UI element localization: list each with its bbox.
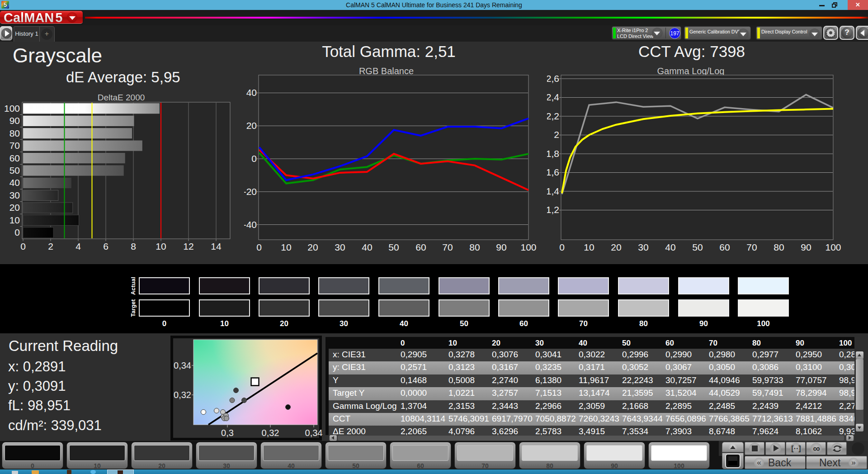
svg-text:100: 100 <box>825 242 841 252</box>
svg-text:8: 8 <box>131 241 136 251</box>
svg-text:2,6: 2,6 <box>547 73 559 84</box>
svg-text:30: 30 <box>335 242 345 252</box>
svg-text:10: 10 <box>156 241 166 251</box>
svg-text:100: 100 <box>520 242 536 252</box>
svg-text:-40: -40 <box>244 219 257 230</box>
svg-text:60: 60 <box>9 153 20 163</box>
svg-text:0: 0 <box>14 227 20 237</box>
svg-text:100: 100 <box>4 103 20 114</box>
svg-text:0,3: 0,3 <box>221 428 234 438</box>
svg-text:12: 12 <box>183 241 193 251</box>
svg-text:20: 20 <box>9 202 20 213</box>
svg-text:60: 60 <box>415 242 426 252</box>
svg-text:0: 0 <box>256 242 262 252</box>
svg-text:2: 2 <box>48 241 53 251</box>
svg-text:30: 30 <box>638 242 648 252</box>
svg-text:1,2: 1,2 <box>547 204 559 215</box>
svg-text:0: 0 <box>20 241 26 251</box>
svg-text:90: 90 <box>801 242 811 252</box>
svg-text:60: 60 <box>719 242 730 252</box>
svg-text:0,34: 0,34 <box>305 428 323 438</box>
svg-text:10: 10 <box>281 242 291 252</box>
svg-text:2: 2 <box>554 129 559 140</box>
svg-text:0: 0 <box>559 242 565 252</box>
svg-text:70: 70 <box>9 140 20 151</box>
svg-text:90: 90 <box>496 242 506 252</box>
svg-text:2,4: 2,4 <box>547 92 559 102</box>
svg-text:70: 70 <box>746 242 757 252</box>
svg-text:1,4: 1,4 <box>547 186 559 196</box>
svg-text:1,6: 1,6 <box>547 167 559 177</box>
svg-text:4: 4 <box>75 241 81 251</box>
svg-text:40: 40 <box>9 177 20 188</box>
svg-text:0,34: 0,34 <box>174 360 191 370</box>
svg-text:50: 50 <box>388 242 399 252</box>
svg-text:10: 10 <box>9 215 20 225</box>
svg-text:2,2: 2,2 <box>547 111 559 121</box>
svg-text:30: 30 <box>9 190 20 200</box>
svg-text:14: 14 <box>211 241 222 251</box>
svg-text:20: 20 <box>307 242 318 252</box>
svg-text:70: 70 <box>442 242 453 252</box>
svg-text:10: 10 <box>584 242 594 252</box>
svg-text:50: 50 <box>692 242 703 252</box>
svg-text:40: 40 <box>246 87 257 98</box>
svg-text:0,32: 0,32 <box>262 428 279 438</box>
svg-text:40: 40 <box>665 242 675 252</box>
svg-text:1,8: 1,8 <box>547 148 559 159</box>
svg-text:50: 50 <box>9 165 20 175</box>
svg-text:20: 20 <box>611 242 621 252</box>
svg-text:0,32: 0,32 <box>174 390 191 400</box>
svg-text:80: 80 <box>469 242 480 252</box>
svg-text:0: 0 <box>251 153 257 164</box>
svg-text:90: 90 <box>9 115 20 126</box>
svg-text:-20: -20 <box>244 186 257 197</box>
svg-text:80: 80 <box>9 128 20 138</box>
svg-text:20: 20 <box>246 120 257 131</box>
svg-text:6: 6 <box>103 241 108 251</box>
svg-text:80: 80 <box>774 242 784 252</box>
svg-text:40: 40 <box>362 242 372 252</box>
